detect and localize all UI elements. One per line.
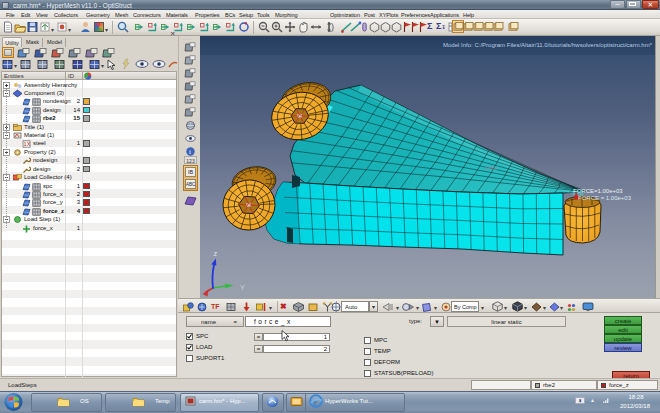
svg-text:z: z: [214, 249, 218, 258]
svg-text:i: i: [189, 148, 191, 156]
svg-text:e: e: [313, 397, 317, 407]
svg-text:1X: 1X: [24, 141, 31, 147]
svg-text:Y: Y: [240, 283, 245, 292]
svg-text:FORCE=1.00e+03: FORCE=1.00e+03: [573, 188, 623, 194]
svg-text:FORCE = 1.00e+03: FORCE = 1.00e+03: [578, 195, 632, 201]
svg-text:4482: 4482: [484, 165, 498, 171]
